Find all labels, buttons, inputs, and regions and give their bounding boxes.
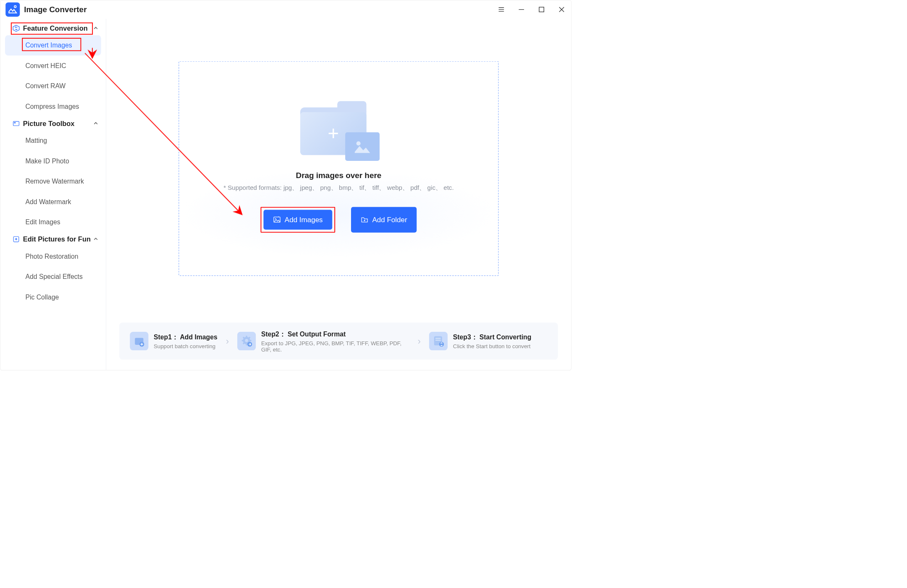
- svg-point-8: [275, 218, 276, 220]
- app-logo-icon: [5, 3, 20, 17]
- svg-rect-1: [539, 7, 544, 12]
- add-folder-label: Add Folder: [372, 215, 407, 224]
- titlebar: Image Converter: [0, 0, 571, 19]
- svg-point-12: [245, 339, 248, 342]
- step-sub: Support batch converting: [154, 343, 218, 349]
- chevron-right-icon: ›: [224, 336, 231, 346]
- window-controls: [497, 5, 566, 14]
- menu-icon[interactable]: [497, 5, 506, 14]
- chevron-up-icon: [93, 235, 99, 244]
- annotation-highlight-add-images: Add Images: [260, 207, 335, 232]
- sidebar-item-compress-images[interactable]: Compress Images: [0, 96, 106, 117]
- image-plus-icon: [273, 215, 281, 223]
- drag-prompt: Drag images over here: [296, 171, 381, 180]
- sidebar-category-picture-toolbox[interactable]: Picture Toolbox: [0, 117, 106, 131]
- step-title: Step1： Add Images: [154, 333, 218, 341]
- add-images-label: Add Images: [285, 215, 323, 224]
- sidebar-item-convert-heic[interactable]: Convert HEIC: [0, 55, 106, 76]
- step-3: Step3： Start Converting Click the Start …: [429, 332, 531, 350]
- svg-rect-4: [14, 122, 16, 123]
- toolbox-icon: [12, 119, 20, 128]
- svg-point-6: [357, 141, 361, 145]
- sidebar-item-convert-images[interactable]: Convert Images: [5, 35, 101, 56]
- sidebar-category-edit-pictures-fun[interactable]: Edit Pictures for Fun: [0, 232, 106, 246]
- main-panel: + Drag images over here * Supported form…: [106, 19, 571, 370]
- folder-image-icon: +: [298, 100, 380, 163]
- folder-plus-icon: [361, 215, 369, 223]
- step-sub: Click the Start button to convert: [453, 343, 531, 349]
- sidebar-item-photo-restoration[interactable]: Photo Restoration: [0, 246, 106, 267]
- steps-footer: Step1： Add Images Support batch converti…: [119, 323, 558, 360]
- svg-rect-15: [435, 338, 441, 339]
- step-1: Step1： Add Images Support batch converti…: [130, 332, 217, 350]
- chevron-up-icon: [93, 119, 99, 128]
- sidebar-item-add-watermark[interactable]: Add Watermark: [0, 192, 106, 212]
- maximize-icon[interactable]: [537, 5, 546, 14]
- app-title: Image Converter: [24, 5, 87, 14]
- sidebar-category-feature-conversion[interactable]: Feature Conversion: [0, 21, 106, 35]
- add-folder-button[interactable]: Add Folder: [351, 207, 417, 232]
- dropzone[interactable]: + Drag images over here * Supported form…: [178, 61, 498, 276]
- supported-formats: * Supported formats: jpg、 jpeg、 png、 bmp…: [223, 184, 454, 192]
- svg-marker-2: [13, 25, 19, 32]
- svg-rect-3: [13, 121, 19, 126]
- app-window: Image Converter Feature Conversion Conve…: [0, 0, 571, 370]
- chevron-right-icon: ›: [416, 336, 423, 346]
- step-gear-icon: [237, 332, 256, 350]
- chevron-up-icon: [93, 24, 99, 33]
- step-2: Step2： Set Output Format Export to JPG, …: [237, 330, 409, 353]
- sidebar-item-convert-raw[interactable]: Convert RAW: [0, 76, 106, 97]
- close-icon[interactable]: [557, 5, 566, 14]
- step-add-icon: [130, 332, 148, 350]
- step-convert-icon: [429, 332, 448, 350]
- sidebar-category-label: Edit Pictures for Fun: [23, 235, 91, 244]
- sidebar-item-make-id-photo[interactable]: Make ID Photo: [0, 151, 106, 171]
- minimize-icon[interactable]: [517, 5, 526, 14]
- sidebar-category-label: Picture Toolbox: [23, 119, 75, 128]
- step-sub: Export to JPG, JPEG, PNG, BMP, TIF, TIFF…: [261, 340, 409, 352]
- svg-rect-16: [435, 340, 441, 341]
- add-images-button[interactable]: Add Images: [263, 210, 332, 229]
- step-title: Step2： Set Output Format: [261, 330, 409, 339]
- sidebar-category-label: Feature Conversion: [23, 24, 88, 33]
- step-title: Step3： Start Converting: [453, 333, 531, 341]
- sidebar-item-edit-images[interactable]: Edit Images: [0, 212, 106, 233]
- sidebar: Feature Conversion Convert Images Conver…: [0, 19, 106, 370]
- sparkle-icon: [12, 235, 20, 243]
- sidebar-item-remove-watermark[interactable]: Remove Watermark: [0, 171, 106, 192]
- sidebar-item-add-special-effects[interactable]: Add Special Effects: [0, 266, 106, 287]
- convert-icon: [12, 24, 20, 32]
- sidebar-item-pic-collage[interactable]: Pic Collage: [0, 287, 106, 307]
- sidebar-item-matting[interactable]: Matting: [0, 131, 106, 151]
